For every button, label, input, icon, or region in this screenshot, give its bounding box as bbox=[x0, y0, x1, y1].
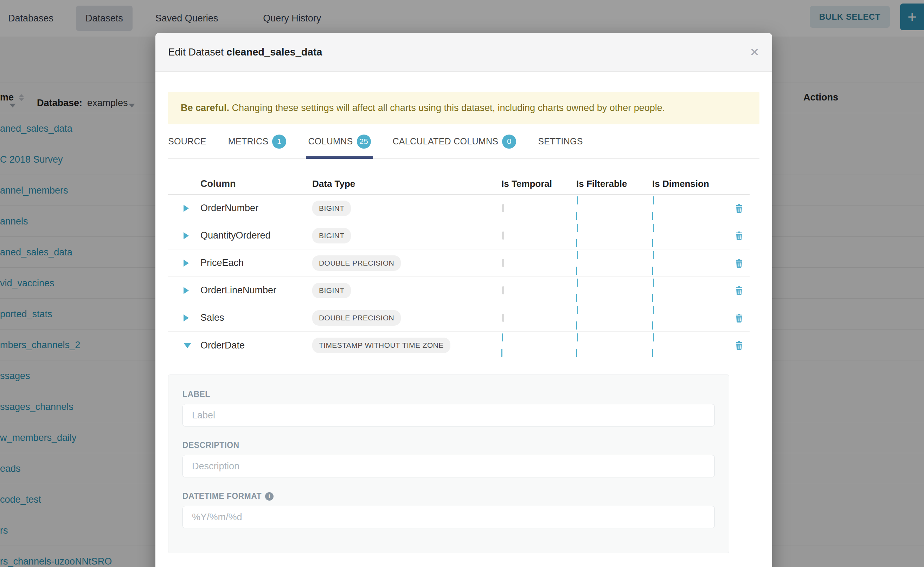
is-dimension-checkbox[interactable] bbox=[652, 279, 728, 302]
table-row: OrderLineNumber BIGINT bbox=[168, 277, 749, 304]
is-filterable-checkbox[interactable] bbox=[576, 224, 652, 248]
data-type-pill: BIGINT bbox=[312, 283, 351, 298]
modal-title: Edit Dataset cleaned_sales_data bbox=[168, 46, 322, 58]
delete-icon[interactable] bbox=[733, 230, 745, 242]
table-row: PriceEach DOUBLE PRECISION bbox=[168, 249, 749, 277]
header-column: Column bbox=[200, 178, 312, 189]
data-type-pill: TIMESTAMP WITHOUT TIME ZONE bbox=[312, 338, 450, 353]
columns-count-badge: 25 bbox=[357, 135, 371, 148]
is-temporal-checkbox[interactable] bbox=[502, 259, 504, 267]
data-type-pill: DOUBLE PRECISION bbox=[312, 255, 401, 271]
expand-caret-icon[interactable] bbox=[184, 260, 189, 267]
warning-text: Changing these settings will affect all … bbox=[229, 103, 665, 113]
datetime-format-input[interactable] bbox=[182, 506, 715, 528]
is-dimension-checkbox[interactable] bbox=[652, 196, 728, 220]
metrics-count-badge: 1 bbox=[272, 135, 286, 148]
columns-table-header: Column Data Type Is Temporal Is Filterab… bbox=[168, 174, 749, 195]
delete-icon[interactable] bbox=[733, 258, 745, 269]
is-filterable-checkbox[interactable] bbox=[576, 251, 652, 275]
tab-metrics[interactable]: METRICS1 bbox=[228, 124, 287, 158]
header-is-temporal: Is Temporal bbox=[501, 178, 576, 189]
columns-table: Column Data Type Is Temporal Is Filterab… bbox=[168, 174, 749, 359]
column-name: PriceEach bbox=[200, 258, 312, 268]
edit-dataset-modal: Edit Dataset cleaned_sales_data ✕ Be car… bbox=[155, 33, 772, 567]
tab-calculated-columns[interactable]: CALCULATED COLUMNS0 bbox=[393, 124, 516, 158]
column-name: Sales bbox=[200, 312, 312, 323]
warning-banner: Be careful. Changing these settings will… bbox=[168, 92, 760, 124]
delete-icon[interactable] bbox=[733, 203, 745, 214]
tab-source[interactable]: SOURCE bbox=[168, 124, 206, 158]
label-input[interactable] bbox=[182, 404, 715, 426]
datetime-format-field-label: DATETIME FORMATi bbox=[182, 492, 715, 501]
header-data-type: Data Type bbox=[312, 178, 501, 189]
column-name: OrderDate bbox=[200, 340, 312, 351]
dataset-name: cleaned_sales_data bbox=[226, 46, 322, 58]
description-input[interactable] bbox=[182, 455, 715, 477]
header-is-dimension: Is Dimension bbox=[652, 178, 728, 189]
expand-caret-icon[interactable] bbox=[184, 232, 189, 239]
is-dimension-checkbox[interactable] bbox=[652, 224, 728, 248]
column-detail-panel: LABEL DESCRIPTION DATETIME FORMATi bbox=[168, 375, 729, 553]
is-dimension-checkbox[interactable] bbox=[652, 333, 728, 357]
is-dimension-checkbox[interactable] bbox=[652, 251, 728, 275]
data-type-pill: BIGINT bbox=[312, 201, 351, 216]
table-row: OrderDate TIMESTAMP WITHOUT TIME ZONE bbox=[168, 332, 749, 359]
column-name: QuantityOrdered bbox=[200, 230, 312, 241]
data-type-pill: DOUBLE PRECISION bbox=[312, 310, 401, 326]
modal-tabs: SOURCE METRICS1 COLUMNS25 CALCULATED COL… bbox=[168, 124, 760, 159]
expand-caret-icon[interactable] bbox=[184, 205, 189, 212]
delete-icon[interactable] bbox=[733, 340, 745, 351]
warning-bold: Be careful. bbox=[181, 103, 229, 113]
tab-columns[interactable]: COLUMNS25 bbox=[308, 124, 370, 158]
is-filterable-checkbox[interactable] bbox=[576, 306, 652, 330]
header-is-filterable: Is Filterable bbox=[576, 178, 652, 189]
is-dimension-checkbox[interactable] bbox=[652, 306, 728, 330]
label-field-label: LABEL bbox=[182, 390, 715, 399]
modal-header: Edit Dataset cleaned_sales_data ✕ bbox=[155, 33, 772, 72]
calculated-columns-count-badge: 0 bbox=[502, 135, 516, 148]
description-field-label: DESCRIPTION bbox=[182, 441, 715, 450]
is-temporal-checkbox[interactable] bbox=[501, 333, 576, 357]
table-row: Sales DOUBLE PRECISION bbox=[168, 304, 749, 332]
is-temporal-checkbox[interactable] bbox=[502, 286, 504, 294]
close-icon[interactable]: ✕ bbox=[749, 46, 760, 58]
column-name: OrderLineNumber bbox=[200, 285, 312, 296]
is-filterable-checkbox[interactable] bbox=[576, 196, 652, 220]
is-filterable-checkbox[interactable] bbox=[576, 279, 652, 302]
expand-caret-icon[interactable] bbox=[184, 287, 189, 294]
is-filterable-checkbox[interactable] bbox=[576, 333, 652, 357]
expand-caret-icon[interactable] bbox=[184, 314, 189, 321]
info-icon[interactable]: i bbox=[265, 492, 274, 501]
delete-icon[interactable] bbox=[733, 312, 745, 324]
data-type-pill: BIGINT bbox=[312, 228, 351, 243]
tab-settings[interactable]: SETTINGS bbox=[538, 124, 582, 158]
is-temporal-checkbox[interactable] bbox=[502, 314, 504, 322]
table-row: QuantityOrdered BIGINT bbox=[168, 222, 749, 249]
is-temporal-checkbox[interactable] bbox=[502, 231, 504, 240]
modal-body: Be careful. Changing these settings will… bbox=[155, 92, 772, 553]
delete-icon[interactable] bbox=[733, 285, 745, 296]
table-row: OrderNumber BIGINT bbox=[168, 195, 749, 222]
column-name: OrderNumber bbox=[200, 203, 312, 214]
collapse-caret-icon[interactable] bbox=[184, 343, 191, 348]
is-temporal-checkbox[interactable] bbox=[502, 204, 504, 212]
